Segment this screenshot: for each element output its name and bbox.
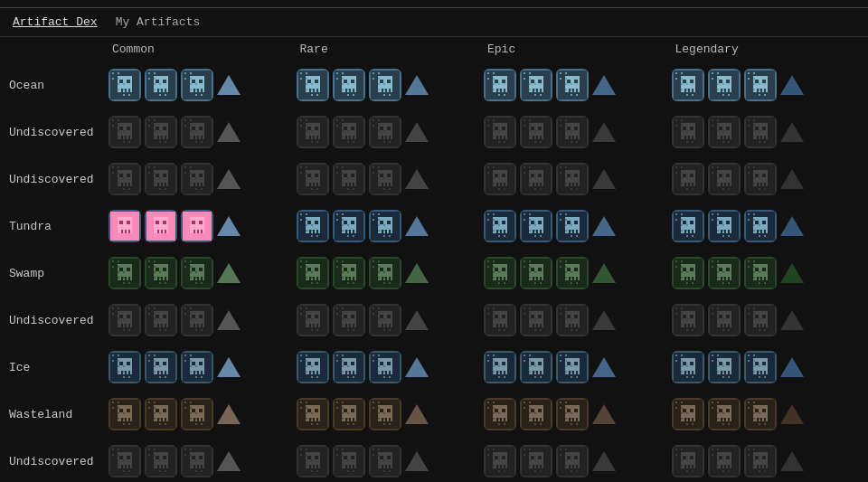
artifact-icon[interactable] bbox=[297, 116, 329, 148]
artifact-icon[interactable] bbox=[333, 210, 365, 242]
artifact-icon[interactable] bbox=[556, 210, 589, 242]
artifact-icon[interactable] bbox=[145, 351, 177, 383]
artifact-icon[interactable] bbox=[333, 398, 365, 430]
artifact-icon[interactable] bbox=[708, 398, 741, 430]
artifact-icon[interactable] bbox=[708, 304, 741, 336]
artifact-icon[interactable] bbox=[145, 163, 177, 195]
artifact-icon[interactable] bbox=[672, 445, 704, 477]
artifact-icon[interactable] bbox=[556, 445, 589, 477]
artifact-icon[interactable] bbox=[181, 257, 213, 289]
tab-artifact-dex[interactable]: Artifact Dex bbox=[13, 15, 98, 29]
artifact-icon[interactable] bbox=[369, 69, 401, 101]
artifact-icon[interactable] bbox=[744, 257, 777, 289]
artifact-icon[interactable] bbox=[484, 445, 516, 477]
artifact-icon[interactable] bbox=[333, 163, 365, 195]
artifact-icon[interactable] bbox=[181, 398, 213, 430]
artifact-icon[interactable] bbox=[181, 304, 213, 336]
artifact-icon[interactable] bbox=[556, 398, 589, 430]
artifact-icon[interactable] bbox=[145, 69, 177, 101]
artifact-icon[interactable] bbox=[520, 398, 552, 430]
artifact-icon[interactable] bbox=[520, 116, 552, 148]
artifact-icon[interactable] bbox=[333, 69, 365, 101]
artifact-icon[interactable] bbox=[556, 116, 589, 148]
artifact-icon[interactable] bbox=[181, 116, 213, 148]
artifact-icon[interactable] bbox=[181, 210, 213, 242]
artifact-icon[interactable] bbox=[520, 257, 552, 289]
artifact-icon[interactable] bbox=[333, 257, 365, 289]
artifact-icon[interactable] bbox=[744, 163, 777, 195]
artifact-icon[interactable] bbox=[556, 351, 589, 383]
artifact-icon[interactable] bbox=[333, 304, 365, 336]
artifact-icon[interactable] bbox=[145, 304, 177, 336]
artifact-icon[interactable] bbox=[145, 116, 177, 148]
artifact-icon[interactable] bbox=[145, 445, 177, 477]
artifact-icon[interactable] bbox=[108, 257, 141, 289]
artifact-icon[interactable] bbox=[297, 257, 329, 289]
artifact-icon[interactable] bbox=[672, 257, 704, 289]
artifact-icon[interactable] bbox=[520, 163, 552, 195]
artifact-icon[interactable] bbox=[181, 445, 213, 477]
artifact-icon[interactable] bbox=[297, 398, 329, 430]
artifact-icon[interactable] bbox=[672, 163, 704, 195]
artifact-icon[interactable] bbox=[297, 304, 329, 336]
artifact-icon[interactable] bbox=[145, 398, 177, 430]
artifact-icon[interactable] bbox=[108, 69, 141, 101]
artifact-icon[interactable] bbox=[708, 445, 741, 477]
artifact-icon[interactable] bbox=[108, 398, 141, 430]
artifact-icon[interactable] bbox=[145, 257, 177, 289]
artifact-icon[interactable] bbox=[744, 116, 777, 148]
artifact-icon[interactable] bbox=[708, 210, 741, 242]
artifact-icon[interactable] bbox=[484, 69, 516, 101]
artifact-icon[interactable] bbox=[520, 351, 552, 383]
artifact-icon[interactable] bbox=[556, 69, 589, 101]
artifact-icon[interactable] bbox=[333, 116, 365, 148]
artifact-icon[interactable] bbox=[744, 445, 777, 477]
artifact-icon[interactable] bbox=[708, 69, 741, 101]
artifact-icon[interactable] bbox=[181, 163, 213, 195]
artifact-icon[interactable] bbox=[108, 351, 141, 383]
artifact-icon[interactable] bbox=[744, 304, 777, 336]
artifact-icon[interactable] bbox=[369, 116, 401, 148]
artifact-icon[interactable] bbox=[108, 304, 141, 336]
artifact-icon[interactable] bbox=[297, 163, 329, 195]
artifact-icon[interactable] bbox=[556, 257, 589, 289]
artifact-icon[interactable] bbox=[369, 163, 401, 195]
tab-my-artifacts[interactable]: My Artifacts bbox=[116, 15, 201, 29]
artifact-icon[interactable] bbox=[556, 163, 589, 195]
artifact-icon[interactable] bbox=[145, 210, 177, 242]
artifact-icon[interactable] bbox=[484, 210, 516, 242]
artifact-icon[interactable] bbox=[708, 163, 741, 195]
artifact-icon[interactable] bbox=[297, 210, 329, 242]
artifact-icon[interactable] bbox=[108, 210, 141, 242]
artifact-icon[interactable] bbox=[672, 210, 704, 242]
artifact-icon[interactable] bbox=[744, 398, 777, 430]
artifact-icon[interactable] bbox=[744, 351, 777, 383]
artifact-icon[interactable] bbox=[369, 445, 401, 477]
artifact-icon[interactable] bbox=[484, 163, 516, 195]
artifact-icon[interactable] bbox=[369, 304, 401, 336]
artifact-icon[interactable] bbox=[484, 351, 516, 383]
artifact-icon[interactable] bbox=[297, 69, 329, 101]
artifact-icon[interactable] bbox=[708, 257, 741, 289]
artifact-icon[interactable] bbox=[297, 351, 329, 383]
artifact-icon[interactable] bbox=[672, 351, 704, 383]
artifact-icon[interactable] bbox=[556, 304, 589, 336]
artifact-icon[interactable] bbox=[708, 116, 741, 148]
artifact-icon[interactable] bbox=[520, 210, 552, 242]
artifact-icon[interactable] bbox=[484, 398, 516, 430]
artifact-icon[interactable] bbox=[672, 398, 704, 430]
artifact-icon[interactable] bbox=[108, 445, 141, 477]
artifact-icon[interactable] bbox=[369, 351, 401, 383]
artifact-icon[interactable] bbox=[297, 445, 329, 477]
artifact-icon[interactable] bbox=[744, 210, 777, 242]
artifact-icon[interactable] bbox=[672, 116, 704, 148]
artifact-icon[interactable] bbox=[672, 69, 704, 101]
artifact-icon[interactable] bbox=[484, 257, 516, 289]
artifact-icon[interactable] bbox=[484, 116, 516, 148]
artifact-icon[interactable] bbox=[744, 69, 777, 101]
artifact-icon[interactable] bbox=[520, 69, 552, 101]
artifact-icon[interactable] bbox=[520, 445, 552, 477]
artifact-icon[interactable] bbox=[708, 351, 741, 383]
artifact-icon[interactable] bbox=[108, 116, 141, 148]
artifact-icon[interactable] bbox=[520, 304, 552, 336]
